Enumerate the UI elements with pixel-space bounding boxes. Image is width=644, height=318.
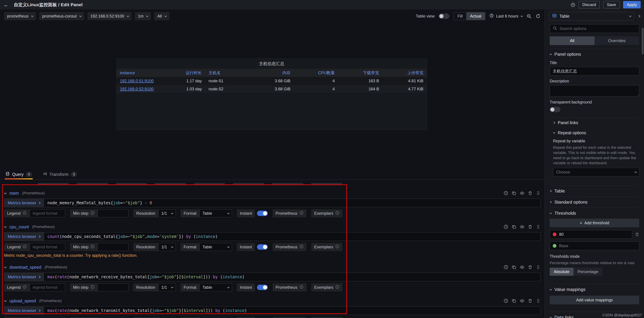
table-view-toggle[interactable] — [439, 13, 450, 19]
instant-toggle[interactable] — [257, 285, 268, 290]
info-icon[interactable] — [300, 245, 304, 250]
standard-options-header[interactable]: Standard options — [550, 197, 639, 207]
delete-query-icon[interactable] — [528, 191, 532, 196]
duplicate-query-icon[interactable] — [512, 191, 516, 196]
format-select[interactable]: Table — [200, 283, 232, 292]
query-history-icon[interactable] — [504, 299, 508, 303]
toggle-visibility-icon[interactable] — [520, 265, 524, 270]
add-threshold-button[interactable]: + Add threshold — [550, 219, 639, 227]
tab-query[interactable]: Query 6 — [5, 172, 33, 179]
delete-query-icon[interactable] — [528, 225, 532, 229]
actual-mode-button[interactable]: Actual — [466, 12, 485, 20]
fill-mode-button[interactable]: Fill — [454, 12, 466, 20]
query-expression[interactable]: max(rate(node_network_transmit_bytes_tot… — [44, 306, 540, 315]
info-icon[interactable] — [335, 211, 339, 216]
panel-options-header[interactable]: Panel options — [550, 49, 639, 59]
query-history-icon[interactable] — [504, 265, 508, 270]
resolution-select[interactable]: 1/1 — [158, 209, 176, 217]
min-step-input[interactable] — [98, 317, 128, 318]
delete-query-icon[interactable] — [528, 265, 532, 270]
query-expression[interactable]: max(rate(node_network_receive_bytes_tota… — [44, 273, 540, 281]
variable-dropdown-all[interactable]: All — [154, 12, 169, 20]
instant-toggle[interactable] — [257, 211, 268, 216]
variable-dropdown-datasource[interactable]: prometheus — [4, 12, 36, 20]
query-name[interactable]: cpu_count — [10, 225, 29, 229]
back-button[interactable]: ← — [3, 2, 9, 7]
column-header-memory[interactable]: 内存 — [250, 69, 294, 77]
min-step-input[interactable] — [98, 243, 128, 251]
collapse-chevron-icon[interactable] — [4, 191, 7, 194]
panel-title-input[interactable] — [550, 67, 639, 75]
column-header-instance[interactable]: instance — [116, 69, 161, 77]
panel-links-header[interactable]: Panel links — [553, 118, 639, 128]
query-expression[interactable]: count(node_cpu_seconds_total{job=~"$job"… — [44, 232, 540, 241]
query-name[interactable]: download_speed — [10, 265, 41, 270]
variable-dropdown-instance[interactable]: 192.168.0.52:9100 — [88, 12, 132, 20]
legend-input[interactable] — [30, 243, 65, 251]
thresholds-header[interactable]: Thresholds — [550, 208, 639, 219]
variable-dropdown-job[interactable]: prometheus-consul — [39, 12, 84, 20]
variable-dropdown-interval[interactable]: 1m — [135, 12, 151, 20]
threshold-color-dot[interactable] — [553, 233, 556, 236]
query-history-icon[interactable] — [504, 225, 508, 229]
format-select[interactable]: Table — [200, 243, 232, 251]
info-icon[interactable] — [300, 211, 304, 216]
collapse-chevron-icon[interactable] — [4, 225, 7, 228]
tab-transform[interactable]: Transform 3 — [42, 172, 78, 179]
table-section-header[interactable]: Table — [550, 186, 639, 196]
legend-input[interactable] — [30, 283, 65, 292]
resolution-select[interactable]: 1/1 — [158, 243, 176, 251]
instance-link[interactable]: 192.168.0.52:9100 — [120, 87, 154, 91]
legend-input[interactable] — [30, 317, 65, 318]
collapse-options-pane-button[interactable] — [636, 12, 642, 20]
format-select[interactable]: Table — [200, 317, 232, 318]
metrics-browser-button[interactable]: Metrics browser — [4, 232, 44, 241]
repeat-options-header[interactable]: Repeat options — [553, 128, 639, 138]
resolution-select[interactable]: 1/1 — [158, 317, 176, 318]
query-name[interactable]: mem — [10, 191, 19, 196]
toggle-visibility-icon[interactable] — [520, 191, 524, 196]
tab-overrides[interactable]: Overrides — [594, 36, 639, 45]
column-header-upload[interactable]: 上传带宽 — [382, 69, 427, 77]
collapse-chevron-icon[interactable] — [4, 299, 7, 302]
duplicate-query-icon[interactable] — [512, 265, 516, 270]
column-header-uptime[interactable]: 运行时长 — [161, 69, 205, 77]
info-icon[interactable] — [90, 245, 94, 250]
info-icon[interactable] — [90, 211, 94, 216]
metrics-browser-button[interactable]: Metrics browser — [4, 273, 44, 281]
drag-handle[interactable] — [536, 265, 540, 270]
info-icon[interactable] — [335, 285, 339, 290]
drag-handle[interactable] — [536, 299, 540, 303]
refresh-icon[interactable] — [536, 14, 540, 19]
toggle-visibility-icon[interactable] — [520, 225, 524, 229]
discard-button[interactable]: Discard — [579, 1, 600, 8]
absolute-mode-button[interactable]: Absolute — [550, 268, 574, 276]
threshold-value-input[interactable]: 80 — [550, 230, 632, 239]
percentage-mode-button[interactable]: Percentage — [574, 268, 602, 276]
duplicate-query-icon[interactable] — [512, 299, 516, 303]
legend-input[interactable] — [30, 209, 65, 217]
visualization-picker[interactable]: Table — [549, 12, 634, 20]
settings-gear-icon[interactable] — [570, 2, 575, 7]
column-header-hostname[interactable]: 主机名 — [205, 69, 250, 77]
threshold-color-dot[interactable] — [553, 244, 556, 248]
zoom-out-icon[interactable] — [526, 14, 532, 19]
delete-query-icon[interactable] — [528, 299, 532, 303]
delete-threshold-icon[interactable] — [635, 232, 639, 237]
info-icon[interactable] — [22, 245, 26, 250]
duplicate-query-icon[interactable] — [512, 225, 516, 229]
collapse-chevron-icon[interactable] — [4, 266, 7, 268]
info-icon[interactable] — [90, 285, 94, 290]
instant-toggle[interactable] — [257, 244, 268, 250]
resolution-select[interactable]: 1/1 — [158, 283, 176, 292]
transparent-background-toggle[interactable] — [550, 107, 560, 112]
apply-button[interactable]: Apply — [623, 1, 641, 8]
query-expression[interactable]: node_memory_MemTotal_bytes{job=~"$job"} … — [44, 199, 540, 207]
column-header-cpu-count[interactable]: CPU数量 — [294, 69, 338, 77]
query-history-icon[interactable] — [504, 191, 508, 196]
metrics-browser-button[interactable]: Metrics browser — [4, 199, 44, 207]
info-icon[interactable] — [22, 285, 26, 290]
info-icon[interactable] — [22, 211, 26, 216]
time-range-picker[interactable]: Last 6 hours — [490, 12, 522, 20]
format-select[interactable]: Table — [200, 209, 232, 217]
